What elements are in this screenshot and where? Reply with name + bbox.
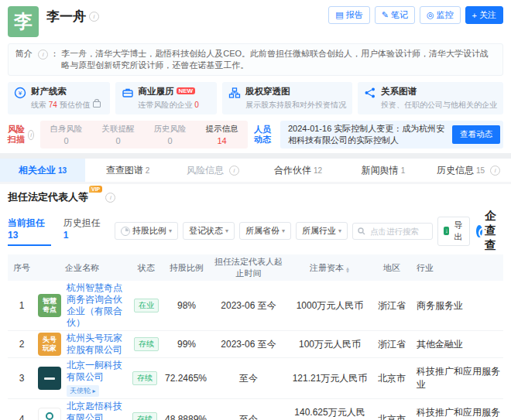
- industry-cell: 科技推广和应用服务业: [412, 405, 503, 420]
- info-card-股权穿透图[interactable]: 股权穿透图展示股东持股和对外投资情况: [222, 82, 352, 114]
- card-body: 商业履历NEW连带风险的企业 0: [139, 86, 199, 111]
- tab-风险信息[interactable]: 风险信息i: [170, 159, 256, 182]
- main-tabs: 相关企业13查查图谱2风险信息i合作伙伴12新闻舆情1历史信息15i: [0, 159, 511, 182]
- filter-登记状态[interactable]: 登记状态▾: [183, 222, 235, 240]
- risk-row: 风险扫描i 自身风险0关联提醒0历史风险0提示信息14 人员动态 2024-01…: [8, 121, 503, 149]
- status-badge: 存续: [132, 412, 157, 420]
- info-card-财产线索[interactable]: ¥财产线索线索 74 预估价值: [8, 82, 110, 114]
- sort-icon[interactable]: ▲▼: [345, 267, 350, 273]
- tab-查查图谱[interactable]: 查查图谱2: [85, 159, 170, 182]
- status-badge: 在业: [134, 299, 159, 312]
- company-link[interactable]: 杭州头号玩家控股有限公司: [67, 333, 126, 356]
- info-card-商业履历[interactable]: 商业履历NEW连带风险的企业 0: [115, 82, 218, 114]
- subtabs: 当前担任 13历史担任 1: [8, 217, 115, 246]
- intro-box: 简介 i ： 李一舟，清华大学博士，匙悟科技创始人及CEO。此前曾担任微鲸联合创…: [8, 43, 503, 76]
- company-cell: 匙悟科技北京匙悟科技有限公司B轮 ▸: [36, 399, 127, 420]
- monitor-icon: ◎: [427, 10, 434, 20]
- tab-label: 查查图谱: [106, 164, 143, 177]
- info-icon: i: [38, 50, 48, 60]
- card-number: 74: [49, 101, 57, 109]
- serial-cell: 2: [8, 337, 36, 351]
- risk-stat-历史风险[interactable]: 历史风险0: [144, 124, 196, 145]
- tab-新闻舆情[interactable]: 新闻舆情1: [341, 159, 426, 182]
- company-link[interactable]: 北京匙悟科技有限公司: [67, 401, 125, 420]
- risk-stat-label: 关联提醒: [92, 124, 144, 135]
- industry-cell: 科技推广和应用服务业: [412, 364, 503, 393]
- filter-所属省份[interactable]: 所属省份▾: [239, 222, 291, 240]
- pie-icon: [121, 227, 130, 236]
- funding-tag[interactable]: 天使轮 ▸: [67, 385, 99, 397]
- info-icon: i: [105, 193, 115, 203]
- risk-stat-自身风险[interactable]: 自身风险0: [40, 124, 92, 145]
- company-cell: 北京一舸科技有限公司天使轮 ▸: [36, 358, 127, 398]
- header-行业: 行业: [412, 261, 503, 275]
- action-button-关注[interactable]: +关注: [465, 6, 503, 24]
- personnel-label: 人员动态: [254, 121, 274, 149]
- subtab-历史担任[interactable]: 历史担任 1: [63, 217, 102, 246]
- export-button[interactable]: ↓导出: [437, 217, 470, 246]
- personnel-news: 2024-01-16 实际控制人变更：成为杭州安相科技有限公司的实际控制人: [288, 123, 452, 146]
- intro-text: 李一舟，清华大学博士，匙悟科技创始人及CEO。此前曾担任微鲸联合创始人，用户体验…: [61, 48, 496, 71]
- ratio-cell: 99%: [164, 337, 209, 351]
- info-icon: i: [229, 166, 239, 176]
- risk-stats: 自身风险0关联提醒0历史风险0提示信息14: [40, 121, 248, 149]
- table-row: 1智慧奇点杭州智慧奇点商务咨询合伙企业（有限合伙）在业98%2023-06 至今…: [8, 281, 503, 331]
- filter-所属行业[interactable]: 所属行业▾: [296, 222, 348, 240]
- company-logo: 智慧奇点: [38, 294, 61, 317]
- serial-cell: 3: [8, 371, 36, 385]
- subtab-count: 1: [63, 230, 69, 241]
- chevron-down-icon: ▾: [338, 227, 341, 234]
- card-body: 财产线索线索 74 预估价值: [31, 86, 101, 111]
- tab-相关企业[interactable]: 相关企业13: [0, 159, 85, 182]
- region-cell: 浙江省: [372, 298, 412, 314]
- risk-stat-提示信息[interactable]: 提示信息14: [196, 124, 248, 145]
- risk-stat-关联提醒[interactable]: 关联提醒0: [92, 124, 144, 145]
- status-badge: 存续: [134, 337, 159, 351]
- risk-stat-value: 0: [144, 136, 196, 145]
- company-link[interactable]: 杭州智慧奇点商务咨询合伙企业（有限合伙）: [67, 282, 126, 329]
- action-label: 笔记: [391, 9, 408, 21]
- risk-stat-value: 14: [196, 136, 248, 145]
- card-number: 0: [194, 101, 199, 109]
- action-button-报告[interactable]: ▤报告: [328, 6, 369, 24]
- subtab-label: 历史担任: [63, 217, 101, 228]
- period-cell: 2023-06 至今: [209, 298, 288, 314]
- company-name-wrap: 杭州头号玩家控股有限公司: [67, 333, 126, 356]
- subtab-filter-row: 当前担任 13历史担任 1 持股比例▾登记状态▾所属省份▾所属行业▾ ↓导出 企…: [8, 209, 503, 253]
- vip-badge: VIP: [89, 186, 102, 193]
- company-link[interactable]: 北京一舸科技有限公司: [67, 360, 125, 383]
- qichacha-logo-icon: [476, 225, 482, 237]
- tab-合作伙伴[interactable]: 合作伙伴12: [256, 159, 341, 182]
- period-cell: 2023-06 至今: [209, 336, 288, 353]
- action-label: 报告: [346, 9, 363, 21]
- filter-持股比例[interactable]: 持股比例▾: [115, 222, 178, 240]
- avatar: 李: [8, 6, 39, 37]
- graph-icon: [364, 87, 376, 99]
- subtab-当前担任[interactable]: 当前担任 13: [8, 217, 51, 246]
- search-input[interactable]: [369, 226, 427, 237]
- tab-label: 新闻舆情: [362, 164, 399, 177]
- action-label: 关注: [479, 9, 496, 21]
- header-担任法定代表人起止时间: 担任法定代表人起止时间: [209, 254, 288, 281]
- tab-count: 13: [58, 166, 67, 175]
- qichacha-logo: 企查查: [476, 209, 503, 253]
- capital-cell: 140.625万元人民币: [288, 405, 372, 420]
- card-subtitle: 线索 74 预估价值: [31, 100, 101, 111]
- briefcase-icon: [122, 87, 134, 99]
- action-button-笔记[interactable]: ✎笔记: [375, 6, 415, 24]
- company-logo: 匙悟科技: [38, 408, 61, 420]
- action-button-监控[interactable]: ◎监控: [420, 6, 461, 24]
- profile-panel: 李 李一舟i ▤报告✎笔记◎监控+关注 简介 i ： 李一舟，清华大学博士，匙悟…: [0, 0, 511, 153]
- period-cell: 至今: [209, 370, 288, 387]
- info-card-关系图谱[interactable]: 关系图谱投资、任职的公司与他相关的企业: [358, 82, 503, 114]
- plus-icon: +: [472, 11, 477, 20]
- report-icon: ▤: [335, 10, 343, 20]
- company-cell: 智慧奇点杭州智慧奇点商务咨询合伙企业（有限合伙）: [36, 281, 129, 330]
- serial-cell: 4: [8, 412, 36, 420]
- table-header: 序号企业名称状态持股比例担任法定代表人起止时间注册资本▲▼地区行业: [8, 254, 503, 281]
- divider: [0, 153, 511, 159]
- tab-历史信息[interactable]: 历史信息15i: [426, 159, 511, 182]
- tab-count: 12: [314, 166, 322, 175]
- ratio-cell: 72.2465%: [163, 371, 209, 385]
- view-dynamics-button[interactable]: 查看动态: [452, 125, 500, 144]
